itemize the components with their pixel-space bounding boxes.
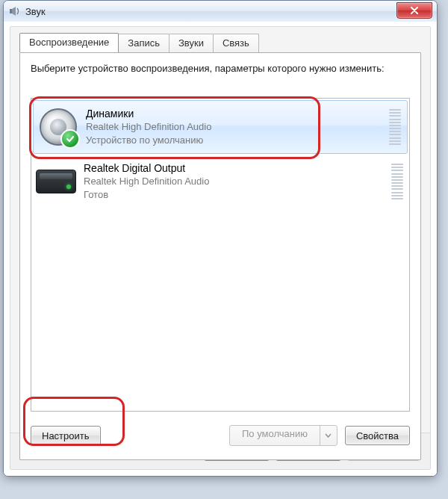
client-area: Воспроизведение Запись Звуки Связь Выбер… xyxy=(4,22,437,476)
device-driver: Realtek High Definition Audio xyxy=(86,120,389,134)
device-button-row: Настроить По умолчанию Свойства xyxy=(31,425,410,446)
device-driver: Realtek High Definition Audio xyxy=(84,175,391,188)
device-name: Динамики xyxy=(86,107,389,120)
digital-output-icon xyxy=(36,161,76,202)
svg-marker-1 xyxy=(12,7,16,16)
device-list[interactable]: Динамики Realtek High Definition Audio У… xyxy=(31,98,410,412)
sound-dialog: Звук Воспроизведение Запись Звуки Связь xyxy=(3,0,438,477)
default-check-icon xyxy=(60,129,80,149)
tab-communications[interactable]: Связь xyxy=(213,34,259,53)
titlebar: Звук xyxy=(4,1,437,22)
device-row-digital-output[interactable]: Realtek Digital Output Realtek High Defi… xyxy=(31,155,409,208)
level-meter-icon xyxy=(391,164,403,199)
tab-recording[interactable]: Запись xyxy=(118,34,169,53)
sound-app-icon xyxy=(9,5,21,17)
set-default-dropdown[interactable]: По умолчанию xyxy=(229,425,337,446)
device-meta: Динамики Realtek High Definition Audio У… xyxy=(86,107,389,147)
client-inner: Воспроизведение Запись Звуки Связь Выбер… xyxy=(10,26,431,470)
close-button[interactable] xyxy=(396,2,432,19)
device-status: Готов xyxy=(84,188,391,202)
chevron-down-icon xyxy=(320,426,337,445)
window-title: Звук xyxy=(25,6,46,17)
speaker-icon xyxy=(38,107,78,147)
tabstrip: Воспроизведение Запись Звуки Связь xyxy=(19,33,258,52)
device-name: Realtek Digital Output xyxy=(84,161,391,175)
configure-button[interactable]: Настроить xyxy=(31,426,101,445)
tab-sounds[interactable]: Звуки xyxy=(169,34,214,53)
tab-page-playback: Выберите устройство воспроизведения, пар… xyxy=(19,52,421,460)
device-row-speakers[interactable]: Динамики Realtek High Definition Audio У… xyxy=(33,100,408,154)
svg-rect-0 xyxy=(10,9,12,13)
set-default-label: По умолчанию xyxy=(230,426,320,445)
device-meta: Realtek Digital Output Realtek High Defi… xyxy=(84,161,391,202)
device-status: Устройство по умолчанию xyxy=(86,134,389,147)
instruction-text: Выберите устройство воспроизведения, пар… xyxy=(31,62,410,75)
properties-button[interactable]: Свойства xyxy=(345,426,410,445)
tab-playback[interactable]: Воспроизведение xyxy=(19,33,119,52)
level-meter-icon xyxy=(389,109,401,145)
